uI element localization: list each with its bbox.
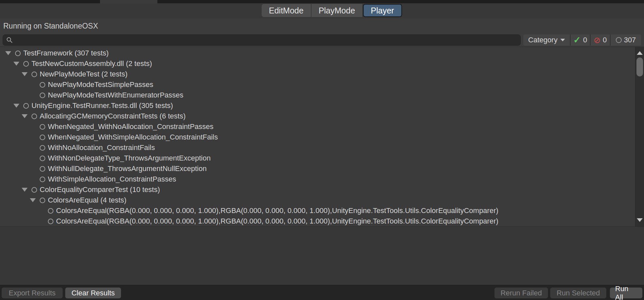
- running-platform-status: Running on StandaloneOSX: [0, 18, 644, 33]
- active-window-tab-sliver[interactable]: [100, 0, 157, 3]
- foldout-expanded-icon[interactable]: [13, 104, 19, 108]
- foldout-expanded-icon[interactable]: [22, 188, 28, 192]
- export-results-button[interactable]: Export Results: [2, 288, 63, 298]
- running-platform-label: Running on StandaloneOSX: [3, 22, 98, 31]
- row-indent: [0, 137, 30, 138]
- tree-row[interactable]: NewPlayModeTestWithEnumeratorPasses: [0, 90, 644, 100]
- not-run-circle-icon: [616, 37, 622, 43]
- foldout-expanded-icon[interactable]: [30, 198, 36, 202]
- test-status-not-run-icon: [48, 219, 53, 224]
- tree-row[interactable]: WithSimpleAllocation_ConstraintPasses: [0, 174, 644, 184]
- tree-row[interactable]: AllocatingGCMemoryConstraintTests (6 tes…: [0, 111, 644, 121]
- not-run-filter-button[interactable]: 307: [611, 34, 641, 46]
- tree-row[interactable]: UnityEngine.TestRunner.Tests.dll (305 te…: [0, 100, 644, 111]
- test-label: NewPlayModeTest (2 tests): [40, 70, 128, 78]
- tree-row[interactable]: ColorsAreEqual (4 tests): [0, 195, 644, 205]
- mode-toolbar: EditModePlayModePlayer: [0, 3, 644, 18]
- category-label: Category: [528, 36, 557, 44]
- test-label: WithNoAllocation_ConstraintFails: [48, 143, 155, 152]
- test-label: NewPlayModeTestWithEnumeratorPasses: [48, 91, 183, 99]
- failed-prohibited-icon: ⊘: [594, 36, 600, 44]
- foldout-expanded-icon[interactable]: [5, 51, 11, 55]
- test-label: AllocatingGCMemoryConstraintTests (6 tes…: [40, 112, 186, 120]
- search-filter-row: Category ✓ 0 ⊘ 0 307: [0, 33, 644, 47]
- test-detail-pane: [0, 226, 644, 285]
- test-label: ColorEqualityComparerTest (10 tests): [40, 185, 160, 194]
- foldout-expanded-icon[interactable]: [22, 114, 28, 118]
- window-tab-strip: [0, 0, 644, 3]
- test-status-not-run-icon: [31, 72, 37, 77]
- foldout-slot[interactable]: [22, 188, 31, 192]
- passed-check-icon: ✓: [574, 36, 581, 45]
- foldout-slot[interactable]: [13, 104, 23, 108]
- test-status-not-run-icon: [40, 198, 45, 203]
- tree-row[interactable]: WithNoAllocation_ConstraintFails: [0, 142, 644, 153]
- row-indent: [0, 74, 22, 75]
- test-status-not-run-icon: [40, 166, 45, 172]
- tree-row[interactable]: WithNullDelegate_ThrowsArgumentNullExcep…: [0, 163, 644, 174]
- test-status-not-run-icon: [40, 145, 45, 151]
- tree-scrollbar[interactable]: [635, 47, 644, 226]
- row-indent: [0, 127, 30, 127]
- not-run-count: 307: [624, 36, 636, 44]
- test-label: WithSimpleAllocation_ConstraintPasses: [48, 175, 176, 183]
- foldout-slot[interactable]: [22, 72, 31, 76]
- mode-tab-player[interactable]: Player: [363, 4, 402, 17]
- passed-filter-button[interactable]: ✓ 0: [571, 34, 591, 46]
- row-indent: [0, 211, 38, 211]
- rerun-failed-button[interactable]: Rerun Failed: [494, 288, 548, 298]
- row-indent: [0, 53, 5, 54]
- foldout-expanded-icon[interactable]: [22, 72, 28, 76]
- row-indent: [0, 179, 30, 180]
- mode-tab-playmode[interactable]: PlayMode: [312, 4, 362, 17]
- tree-row[interactable]: WhenNegated_WithNoAllocation_ConstraintP…: [0, 121, 644, 132]
- clear-results-button[interactable]: Clear Results: [65, 288, 121, 298]
- mode-tab-group: EditModePlayModePlayer: [262, 4, 402, 17]
- failed-count: 0: [603, 36, 607, 44]
- run-selected-button[interactable]: Run Selected: [550, 288, 606, 298]
- bottom-action-bar: Export Results Clear Results Rerun Faile…: [0, 285, 644, 300]
- tree-row[interactable]: TestNewCustomAssembly.dll (2 tests): [0, 58, 644, 69]
- row-indent: [0, 221, 38, 222]
- test-status-not-run-icon: [15, 51, 21, 56]
- foldout-slot[interactable]: [30, 198, 40, 202]
- test-label: UnityEngine.TestRunner.Tests.dll (305 te…: [31, 101, 173, 110]
- test-label: WhenNegated_WithNoAllocation_ConstraintP…: [48, 122, 213, 131]
- test-status-not-run-icon: [23, 103, 29, 109]
- test-status-not-run-icon: [48, 208, 53, 214]
- tree-row[interactable]: NewPlayModeTestSimplePasses: [0, 79, 644, 90]
- test-status-not-run-icon: [31, 114, 37, 119]
- search-input[interactable]: [15, 36, 517, 44]
- category-dropdown[interactable]: Category: [523, 34, 571, 46]
- chevron-down-icon: [560, 39, 565, 41]
- scroll-up-icon[interactable]: [637, 51, 643, 55]
- run-all-button[interactable]: Run All: [610, 288, 642, 298]
- scroll-down-icon[interactable]: [637, 218, 643, 222]
- row-indent: [0, 95, 30, 96]
- scrollbar-thumb[interactable]: [636, 57, 643, 76]
- foldout-slot[interactable]: [13, 62, 23, 66]
- tree-row[interactable]: WhenNegated_WithSimpleAllocation_Constra…: [0, 132, 644, 142]
- test-tree: TestFramework (307 tests) TestNewCustomA…: [0, 47, 644, 226]
- search-field[interactable]: [3, 34, 521, 46]
- tree-row[interactable]: ColorsAreEqual(RGBA(0.000, 0.000, 0.000,…: [0, 205, 644, 216]
- tree-row[interactable]: NewPlayModeTest (2 tests): [0, 69, 644, 79]
- foldout-slot[interactable]: [5, 51, 15, 55]
- test-status-not-run-icon: [40, 135, 45, 140]
- foldout-expanded-icon[interactable]: [13, 62, 19, 66]
- row-indent: [0, 169, 30, 169]
- mode-tab-editmode[interactable]: EditMode: [262, 4, 311, 17]
- foldout-slot[interactable]: [22, 114, 31, 118]
- row-indent: [0, 116, 22, 117]
- test-label: WhenNegated_WithSimpleAllocation_Constra…: [48, 133, 218, 141]
- tree-row[interactable]: TestFramework (307 tests): [0, 48, 644, 58]
- search-icon: [6, 37, 13, 43]
- test-tree-rows: TestFramework (307 tests) TestNewCustomA…: [0, 47, 644, 226]
- tree-row[interactable]: ColorEqualityComparerTest (10 tests): [0, 184, 644, 195]
- test-status-not-run-icon: [40, 93, 45, 98]
- tree-row[interactable]: ColorsAreEqual(RGBA(0.000, 0.000, 0.000,…: [0, 216, 644, 226]
- tree-row[interactable]: WithNonDelegateType_ThrowsArgumentExcept…: [0, 153, 644, 163]
- failed-filter-button[interactable]: ⊘ 0: [591, 34, 611, 46]
- test-status-not-run-icon: [31, 187, 37, 193]
- test-status-not-run-icon: [40, 82, 45, 88]
